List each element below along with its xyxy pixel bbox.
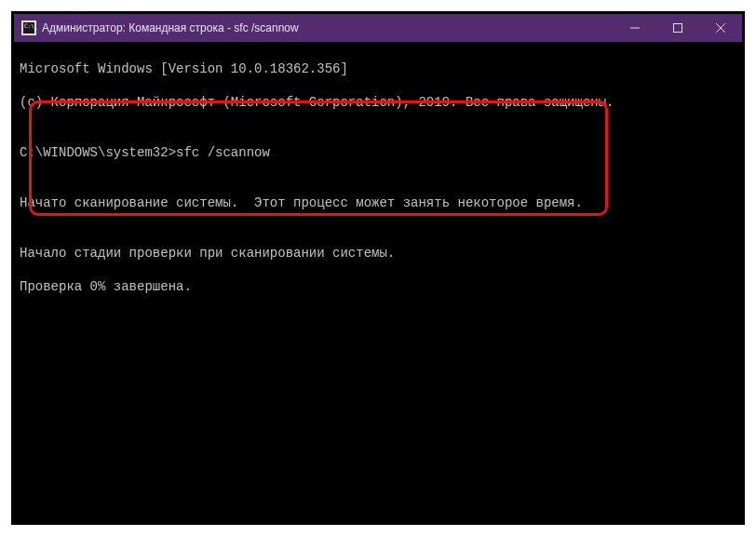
- titlebar[interactable]: Администратор: Командная строка - sfc /s…: [14, 14, 742, 42]
- window-controls: [614, 14, 742, 42]
- command-prompt-window: Администратор: Командная строка - sfc /s…: [14, 14, 742, 522]
- console-scan-progress: Проверка 0% завершена.: [20, 278, 736, 295]
- close-button[interactable]: [699, 14, 742, 42]
- maximize-button[interactable]: [656, 14, 699, 42]
- console-output[interactable]: Microsoft Windows [Version 10.0.18362.35…: [14, 42, 742, 522]
- console-line-copyright: (c) Корпорация Майкрософт (Microsoft Cor…: [20, 94, 736, 111]
- svg-rect-1: [674, 24, 682, 33]
- screenshot-frame: Администратор: Командная строка - sfc /s…: [11, 11, 745, 525]
- cmd-icon: [21, 20, 36, 35]
- console-scan-stage: Начало стадии проверки при сканировании …: [20, 245, 736, 261]
- window-title: Администратор: Командная строка - sfc /s…: [42, 21, 614, 34]
- console-prompt-command: C:\WINDOWS\system32>sfc /scannow: [20, 144, 736, 161]
- minimize-button[interactable]: [614, 14, 656, 42]
- console-scan-started: Начато сканирование системы. Этот процес…: [20, 194, 736, 211]
- console-line-version: Microsoft Windows [Version 10.0.18362.35…: [20, 60, 736, 77]
